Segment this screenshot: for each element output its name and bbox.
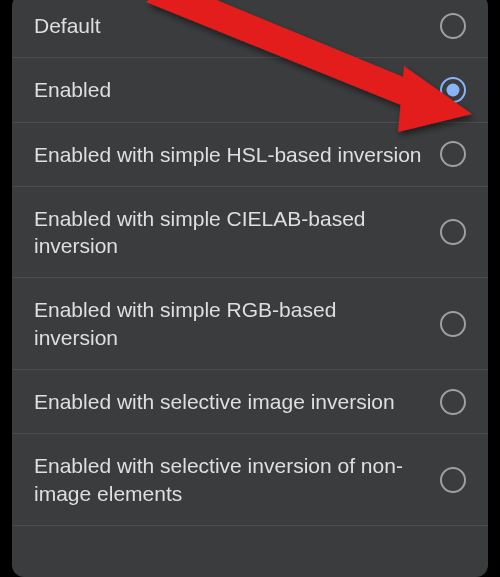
option-label: Enabled with selective inversion of non-… xyxy=(34,452,440,507)
option-selective-image-inversion[interactable]: Enabled with selective image inversion xyxy=(12,370,488,434)
radio-icon xyxy=(440,467,466,493)
radio-icon xyxy=(440,219,466,245)
option-label: Enabled xyxy=(34,76,440,103)
option-label: Enabled with selective image inversion xyxy=(34,388,440,415)
option-label: Enabled with simple HSL-based inversion xyxy=(34,141,440,168)
option-hsl-inversion[interactable]: Enabled with simple HSL-based inversion xyxy=(12,123,488,187)
option-default[interactable]: Default xyxy=(12,0,488,58)
option-label: Enabled with simple RGB-based inversion xyxy=(34,296,440,351)
option-rgb-inversion[interactable]: Enabled with simple RGB-based inversion xyxy=(12,278,488,370)
radio-icon xyxy=(440,311,466,337)
option-cielab-inversion[interactable]: Enabled with simple CIELAB-based inversi… xyxy=(12,187,488,279)
options-dialog: Default Enabled Enabled with simple HSL-… xyxy=(12,0,488,577)
radio-icon xyxy=(440,389,466,415)
radio-icon xyxy=(440,13,466,39)
option-selective-nonimage-inversion[interactable]: Enabled with selective inversion of non-… xyxy=(12,434,488,526)
option-label: Default xyxy=(34,12,440,39)
option-enabled[interactable]: Enabled xyxy=(12,58,488,122)
radio-icon xyxy=(440,141,466,167)
radio-icon xyxy=(440,77,466,103)
option-label: Enabled with simple CIELAB-based inversi… xyxy=(34,205,440,260)
